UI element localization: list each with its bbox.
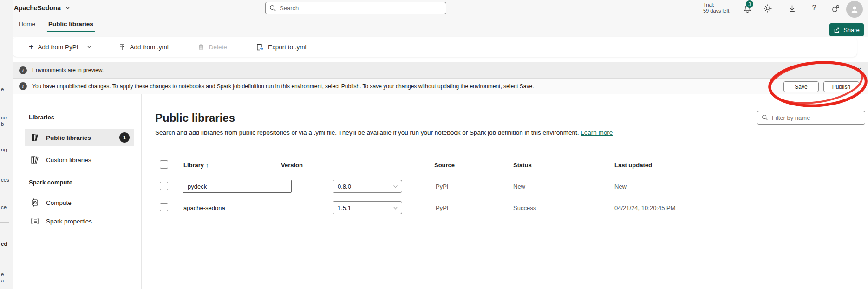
table-row-pydeck: pydeck 0.8.0 PyPI New New [155, 175, 859, 197]
column-header-library[interactable]: Library↑ [183, 162, 209, 169]
nav-divider [0, 164, 9, 164]
unpublished-banner-text: You have unpublished changes. To apply t… [32, 83, 534, 90]
nav-fragment: b [1, 121, 4, 127]
page-tabs: Home Public libraries [19, 20, 93, 32]
account-avatar[interactable] [846, 1, 863, 18]
filter-by-name-box[interactable] [757, 111, 865, 125]
public-libraries-count-badge: 1 [119, 132, 130, 143]
row-checkbox[interactable] [160, 182, 168, 190]
column-header-status[interactable]: Status [513, 162, 532, 169]
status-cell: Success [513, 204, 536, 211]
library-name-input[interactable]: pydeck [183, 180, 292, 193]
learn-more-link[interactable]: Learn more [581, 129, 613, 136]
add-from-pypi-button[interactable]: + Add from PyPI [24, 40, 83, 54]
gear-icon [763, 4, 772, 13]
libraries-section-header: Libraries [29, 114, 54, 121]
sidebar-item-compute[interactable]: Compute [25, 194, 134, 211]
version-dropdown[interactable]: 0.8.0 [333, 180, 402, 193]
save-button[interactable]: Save [783, 81, 819, 92]
custom-library-icon [30, 155, 39, 164]
upload-icon [118, 43, 126, 51]
nav-divider [0, 222, 9, 223]
publish-button[interactable]: Publish [823, 81, 859, 92]
column-header-source[interactable]: Source [434, 162, 455, 169]
trial-days-left: 59 days left [703, 8, 729, 14]
nav-fragment: ce [1, 115, 7, 120]
preview-banner-text: Environments are in preview. [32, 67, 104, 73]
info-icon: i [19, 66, 27, 74]
share-button[interactable]: Share [829, 23, 864, 36]
notifications-button[interactable]: 3 [742, 3, 752, 13]
nav-fragment: e [1, 86, 4, 92]
workspace-title: ApacheSedona [14, 4, 61, 12]
add-from-pypi-dropdown[interactable] [84, 40, 94, 54]
column-header-last-updated[interactable]: Last updated [614, 162, 652, 169]
unpublished-changes-banner: i You have unpublished changes. To apply… [13, 79, 868, 94]
sidebar-item-custom-libraries[interactable]: Custom libraries [25, 151, 134, 169]
download-icon [788, 5, 796, 13]
question-mark-icon: ? [812, 4, 816, 12]
sidebar-item-spark-properties[interactable]: Spark properties [25, 212, 134, 230]
export-icon [256, 43, 264, 51]
library-name-cell: apache-sedona [183, 204, 225, 211]
nav-fragment: ces [1, 177, 9, 183]
last-updated-cell: 04/21/24, 10:20:45 PM [614, 204, 676, 211]
environment-sidebar: Libraries Public libraries 1 Custom libr… [13, 94, 142, 289]
delete-button[interactable]: Delete [193, 40, 232, 53]
tab-home[interactable]: Home [19, 20, 35, 32]
global-search[interactable] [265, 2, 446, 14]
page-title: Public libraries [155, 112, 235, 125]
version-dropdown[interactable]: 1.5.1 [333, 201, 402, 214]
delete-label: Delete [209, 44, 227, 51]
column-header-version[interactable]: Version [281, 162, 303, 169]
chevron-down-icon [393, 205, 398, 210]
plus-icon: + [29, 43, 34, 51]
select-all-checkbox[interactable] [160, 160, 168, 169]
status-cell: New [513, 183, 525, 190]
sidebar-item-public-libraries[interactable]: Public libraries 1 [25, 129, 134, 146]
add-from-yml-label: Add from .yml [130, 44, 169, 51]
row-checkbox[interactable] [160, 203, 168, 211]
search-input[interactable] [280, 5, 433, 12]
preview-banner: i Environments are in preview. ✕ [13, 62, 868, 79]
nav-fragment: ng [1, 147, 7, 152]
nav-fragment: a... [1, 278, 8, 283]
search-icon [269, 5, 276, 12]
filter-input[interactable] [772, 114, 855, 121]
nav-fragment: e [1, 271, 4, 277]
libraries-table-header: Library↑ Version Source Status Last upda… [155, 158, 859, 175]
feedback-button[interactable] [830, 3, 841, 13]
workspace-title-menu[interactable]: ApacheSedona [14, 4, 70, 12]
add-from-pypi-label: Add from PyPI [38, 44, 78, 51]
source-cell: PyPI [436, 183, 448, 190]
chevron-down-icon [393, 184, 398, 189]
export-to-yml-label: Export to .yml [268, 44, 307, 51]
notification-badge: 3 [746, 0, 753, 8]
search-icon [762, 114, 768, 121]
help-button[interactable]: ? [809, 3, 819, 13]
description-text: Search and add libraries from public rep… [155, 129, 579, 136]
sidebar-item-label: Spark properties [46, 218, 92, 225]
nav-fragment: ce [1, 204, 7, 210]
nav-fragment-selected: ed [1, 241, 7, 247]
chevron-down-icon [87, 45, 91, 49]
compute-chip-icon [30, 198, 39, 207]
page-description: Search and add libraries from public rep… [155, 129, 613, 136]
source-cell: PyPI [436, 204, 448, 211]
share-label: Share [843, 26, 860, 33]
chevron-down-icon [65, 6, 70, 10]
tab-public-libraries[interactable]: Public libraries [48, 20, 93, 32]
trash-icon [197, 43, 205, 51]
cropped-nav-rail: e ce b ng ces ce ed e a... [0, 0, 13, 289]
info-icon: i [19, 82, 27, 90]
downloads-button[interactable] [787, 3, 797, 13]
trial-status: Trial: 59 days left [703, 2, 729, 14]
properties-list-icon [30, 217, 39, 226]
close-icon[interactable]: ✕ [857, 66, 862, 72]
settings-button[interactable] [763, 3, 773, 13]
export-to-yml-button[interactable]: Export to .yml [251, 40, 311, 54]
add-from-yml-button[interactable]: Add from .yml [114, 40, 173, 53]
spark-compute-section-header: Spark compute [29, 179, 72, 186]
share-icon [834, 26, 841, 33]
person-icon [850, 5, 859, 14]
